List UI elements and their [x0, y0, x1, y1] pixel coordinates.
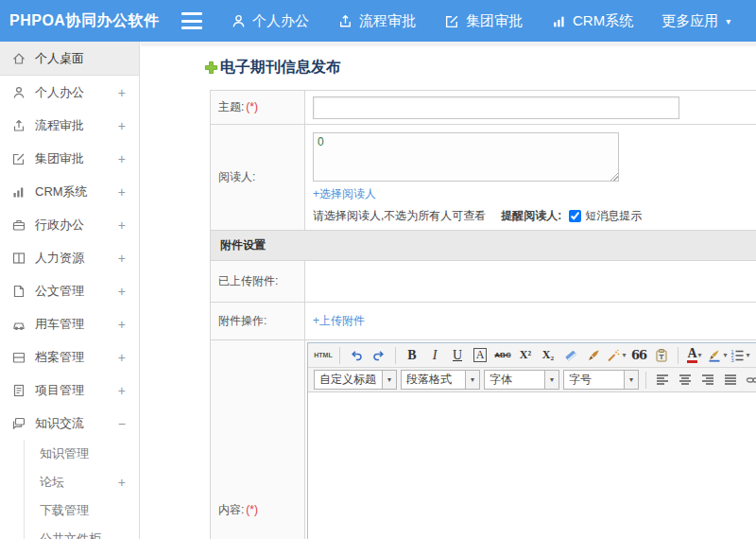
underline-button[interactable]: U [447, 345, 468, 366]
align-right-icon [700, 373, 715, 388]
choose-readers-link[interactable]: +选择阅读人 [313, 187, 376, 200]
align-center-button[interactable] [675, 370, 696, 391]
nav-personal-office[interactable]: 个人办公 [231, 12, 309, 30]
sidebar-item-archive-management[interactable]: 档案管理 + [0, 340, 139, 374]
caret-down-icon: ▾ [624, 371, 638, 389]
align-left-button[interactable] [652, 370, 673, 391]
format-brush-button[interactable] [583, 345, 604, 366]
font-family-select[interactable]: 字体 ▾ [484, 370, 559, 390]
sidebar-subitem-knowledge-management[interactable]: 知识管理 [25, 440, 139, 468]
highlight-color-button[interactable]: ▾ [707, 345, 728, 366]
readers-hint: 请选择阅读人,不选为所有人可查看 [313, 208, 486, 224]
uploaded-attachments-label: 已上传附件: [211, 261, 305, 303]
readers-label: 阅读人: [211, 125, 305, 231]
collapse-icon[interactable]: − [118, 416, 126, 431]
readers-row: 阅读人: 0 +选择阅读人 请选择阅读人,不选为所有人可查看 提醒阅读人: 短消… [211, 125, 756, 231]
project-icon [11, 383, 26, 398]
sidebar-item-personal-office[interactable]: 个人办公 + [0, 76, 139, 109]
clear-format-button[interactable]: ▾ [606, 345, 627, 366]
expand-icon[interactable]: + [118, 184, 126, 200]
resize-grip-icon[interactable] [610, 172, 618, 181]
sidebar-item-workflow-approval[interactable]: 流程审批 + [0, 109, 139, 142]
sidebar-item-project-management[interactable]: 项目管理 + [0, 374, 139, 407]
sidebar-item-document-management[interactable]: 公文管理 + [0, 274, 139, 307]
redo-button[interactable] [369, 345, 389, 366]
sidebar-submenu-knowledge: 知识管理 论坛 + 下载管理 公共文件柜 [24, 440, 139, 539]
superscript-button[interactable]: X² [515, 345, 536, 366]
font-style-button[interactable]: A [473, 348, 488, 362]
align-justify-icon [723, 373, 738, 388]
user-icon [11, 85, 26, 100]
caret-down-icon: ▾ [698, 351, 702, 359]
sidebar-item-admin-office[interactable]: 行政办公 + [0, 208, 139, 241]
expand-icon[interactable]: + [118, 350, 126, 365]
subscript-button[interactable]: X₂ [538, 345, 558, 366]
nav-crm-system[interactable]: CRM系统 [551, 12, 633, 30]
sidebar-item-crm-system[interactable]: CRM系统 + [0, 175, 139, 208]
plus-icon [204, 61, 218, 75]
bold-button[interactable]: B [402, 345, 422, 366]
redo-icon [371, 348, 387, 363]
expand-icon[interactable]: + [118, 475, 126, 490]
html-source-button[interactable]: HTML [313, 345, 334, 366]
attachment-action-label: 附件操作: [211, 303, 305, 340]
align-justify-button[interactable] [720, 370, 741, 391]
sidebar-item-group-approval[interactable]: 集团审批 + [0, 142, 139, 175]
required-mark: (*) [246, 100, 258, 113]
font-size-select[interactable]: 字号 ▾ [563, 370, 639, 390]
sidebar-item-knowledge-exchange[interactable]: 知识交流 − [0, 407, 139, 440]
nav-more-apps[interactable]: 更多应用 ▾ [662, 12, 730, 30]
edit-square-icon [444, 13, 460, 29]
strikethrough-button[interactable]: ABC [492, 345, 513, 366]
blockquote-button[interactable]: 66 [628, 345, 649, 366]
caret-down-icon: ▾ [726, 16, 730, 26]
sms-notify-checkbox[interactable] [569, 210, 581, 222]
expand-icon[interactable]: + [118, 317, 126, 332]
paste-text-button[interactable] [651, 345, 672, 366]
upload-attachment-link[interactable]: +上传附件 [313, 314, 365, 327]
expand-icon[interactable]: + [118, 383, 126, 398]
publish-form: 主题:(*) 阅读人: 0 +选择阅读人 请选择阅读人,不选为所有人可查看 [210, 90, 756, 539]
sidebar-item-vehicle-management[interactable]: 用车管理 + [0, 307, 139, 340]
eraser-button[interactable] [560, 345, 581, 366]
uploaded-attachments-row: 已上传附件: [211, 261, 756, 303]
unordered-list-button[interactable] [752, 345, 756, 366]
attachment-action-row: 附件操作: +上传附件 [211, 303, 756, 340]
editor-content-area[interactable] [308, 392, 756, 539]
sidebar-subitem-public-file-cabinet[interactable]: 公共文件柜 [25, 525, 139, 539]
sidebar-item-human-resources[interactable]: 人力资源 + [0, 241, 139, 274]
undo-icon [349, 348, 364, 363]
nav-group-approval[interactable]: 集团审批 [444, 12, 523, 30]
sidebar-item-personal-desktop[interactable]: 个人桌面 [0, 42, 139, 76]
expand-icon[interactable]: + [118, 118, 126, 133]
content-row: 内容:(*) HTML B [211, 340, 756, 539]
undo-button[interactable] [346, 345, 367, 366]
paragraph-format-select[interactable]: 段落格式 ▾ [401, 370, 480, 390]
editor-toolbar-row1: HTML B I U A ABC X² [308, 343, 756, 368]
expand-icon[interactable]: + [118, 151, 126, 166]
expand-icon[interactable]: + [118, 217, 126, 233]
sidebar-subitem-forum[interactable]: 论坛 + [25, 468, 139, 496]
rich-text-editor: HTML B I U A ABC X² [307, 342, 756, 539]
align-left-icon [655, 373, 670, 388]
expand-icon[interactable]: + [118, 251, 126, 266]
document-icon [11, 284, 26, 299]
hamburger-menu-icon[interactable] [181, 12, 206, 29]
subject-input[interactable] [313, 96, 679, 119]
sidebar-subitem-download-management[interactable]: 下载管理 [25, 496, 139, 525]
align-right-button[interactable] [697, 370, 718, 391]
content-label: 内容:(*) [211, 340, 305, 539]
nav-workflow-approval[interactable]: 流程审批 [337, 12, 416, 30]
italic-button[interactable]: I [424, 345, 445, 366]
bar-chart-icon [11, 184, 26, 200]
readers-textarea[interactable]: 0 [313, 132, 619, 182]
expand-icon[interactable]: + [118, 284, 126, 299]
font-color-button[interactable]: A ▾ [684, 345, 705, 366]
heading-select[interactable]: 自定义标题 ▾ [314, 370, 397, 390]
book-icon [11, 251, 26, 266]
edit-square-icon [11, 151, 26, 166]
brush-icon [586, 348, 601, 363]
ordered-list-button[interactable]: 123 ▾ [730, 345, 750, 366]
expand-icon[interactable]: + [118, 85, 126, 100]
insert-link-button[interactable] [743, 370, 756, 391]
